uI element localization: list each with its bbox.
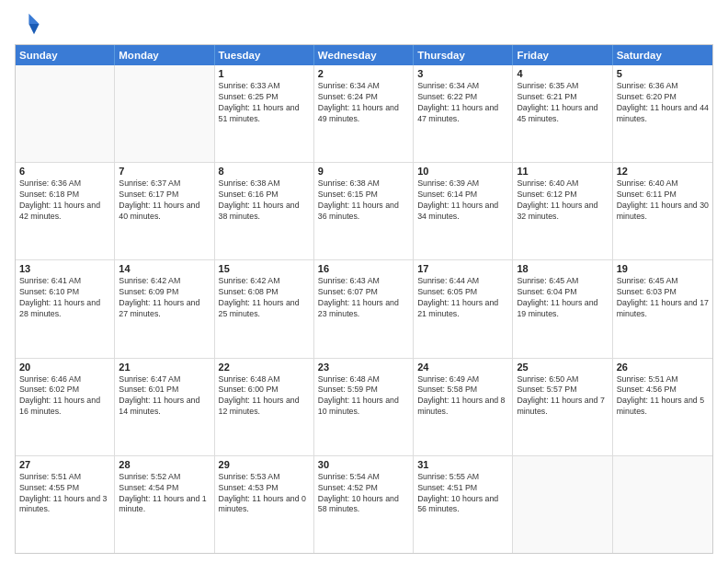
- day-info: Sunrise: 6:46 AM Sunset: 6:02 PM Dayligh…: [19, 374, 110, 419]
- day-number: 12: [617, 166, 709, 177]
- day-number: 29: [219, 459, 310, 470]
- day-cell-14: 14Sunrise: 6:42 AM Sunset: 6:09 PM Dayli…: [115, 260, 214, 357]
- weekday-header-monday: Monday: [115, 45, 214, 65]
- svg-marker-1: [28, 24, 39, 34]
- empty-cell: [513, 456, 612, 553]
- day-cell-1: 1Sunrise: 6:33 AM Sunset: 6:25 PM Daylig…: [215, 65, 314, 162]
- weekday-header-friday: Friday: [513, 45, 612, 65]
- calendar: SundayMondayTuesdayWednesdayThursdayFrid…: [15, 44, 713, 554]
- day-info: Sunrise: 5:54 AM Sunset: 4:52 PM Dayligh…: [318, 472, 409, 516]
- day-info: Sunrise: 6:36 AM Sunset: 6:18 PM Dayligh…: [19, 178, 110, 223]
- day-cell-11: 11Sunrise: 6:40 AM Sunset: 6:12 PM Dayli…: [513, 163, 612, 259]
- empty-cell: [16, 65, 115, 162]
- day-cell-28: 28Sunrise: 5:52 AM Sunset: 4:54 PM Dayli…: [115, 456, 214, 553]
- day-cell-22: 22Sunrise: 6:48 AM Sunset: 6:00 PM Dayli…: [215, 359, 314, 455]
- header: [15, 11, 713, 37]
- day-info: Sunrise: 5:53 AM Sunset: 4:53 PM Dayligh…: [219, 472, 310, 516]
- calendar-row-3: 13Sunrise: 6:41 AM Sunset: 6:10 PM Dayli…: [16, 260, 712, 358]
- day-info: Sunrise: 6:38 AM Sunset: 6:16 PM Dayligh…: [219, 178, 310, 223]
- day-info: Sunrise: 6:50 AM Sunset: 5:57 PM Dayligh…: [517, 374, 608, 419]
- weekday-header-tuesday: Tuesday: [215, 45, 314, 65]
- day-info: Sunrise: 6:45 AM Sunset: 6:03 PM Dayligh…: [617, 276, 709, 320]
- day-number: 26: [617, 362, 709, 373]
- day-info: Sunrise: 6:40 AM Sunset: 6:12 PM Dayligh…: [517, 178, 608, 223]
- calendar-body: 1Sunrise: 6:33 AM Sunset: 6:25 PM Daylig…: [16, 65, 712, 553]
- calendar-row-2: 6Sunrise: 6:36 AM Sunset: 6:18 PM Daylig…: [16, 163, 712, 260]
- day-info: Sunrise: 6:39 AM Sunset: 6:14 PM Dayligh…: [417, 178, 508, 223]
- day-cell-7: 7Sunrise: 6:37 AM Sunset: 6:17 PM Daylig…: [115, 163, 214, 259]
- logo: [15, 11, 44, 37]
- day-info: Sunrise: 6:44 AM Sunset: 6:05 PM Dayligh…: [417, 276, 508, 320]
- day-cell-25: 25Sunrise: 6:50 AM Sunset: 5:57 PM Dayli…: [513, 359, 612, 455]
- day-cell-13: 13Sunrise: 6:41 AM Sunset: 6:10 PM Dayli…: [16, 260, 115, 357]
- day-info: Sunrise: 5:52 AM Sunset: 4:54 PM Dayligh…: [119, 472, 210, 516]
- day-cell-29: 29Sunrise: 5:53 AM Sunset: 4:53 PM Dayli…: [215, 456, 314, 553]
- day-number: 9: [318, 166, 409, 177]
- day-cell-16: 16Sunrise: 6:43 AM Sunset: 6:07 PM Dayli…: [314, 260, 414, 357]
- day-number: 10: [417, 166, 508, 177]
- day-number: 15: [219, 263, 310, 274]
- day-info: Sunrise: 6:37 AM Sunset: 6:17 PM Dayligh…: [119, 178, 210, 223]
- empty-cell: [613, 456, 712, 553]
- day-info: Sunrise: 5:51 AM Sunset: 4:56 PM Dayligh…: [617, 374, 709, 419]
- day-cell-3: 3Sunrise: 6:34 AM Sunset: 6:22 PM Daylig…: [414, 65, 513, 162]
- day-info: Sunrise: 6:36 AM Sunset: 6:20 PM Dayligh…: [617, 81, 709, 125]
- day-cell-17: 17Sunrise: 6:44 AM Sunset: 6:05 PM Dayli…: [414, 260, 513, 357]
- day-number: 6: [19, 166, 110, 177]
- day-number: 13: [19, 263, 110, 274]
- day-info: Sunrise: 6:43 AM Sunset: 6:07 PM Dayligh…: [318, 276, 409, 320]
- day-info: Sunrise: 6:41 AM Sunset: 6:10 PM Dayligh…: [19, 276, 110, 320]
- weekday-header-wednesday: Wednesday: [314, 45, 414, 65]
- day-cell-30: 30Sunrise: 5:54 AM Sunset: 4:52 PM Dayli…: [314, 456, 414, 553]
- day-cell-6: 6Sunrise: 6:36 AM Sunset: 6:18 PM Daylig…: [16, 163, 115, 259]
- day-info: Sunrise: 6:40 AM Sunset: 6:11 PM Dayligh…: [617, 178, 709, 223]
- day-info: Sunrise: 6:42 AM Sunset: 6:08 PM Dayligh…: [219, 276, 310, 320]
- day-number: 18: [517, 263, 608, 274]
- day-cell-27: 27Sunrise: 5:51 AM Sunset: 4:55 PM Dayli…: [16, 456, 115, 553]
- day-cell-18: 18Sunrise: 6:45 AM Sunset: 6:04 PM Dayli…: [513, 260, 612, 357]
- weekday-header-sunday: Sunday: [16, 45, 115, 65]
- day-number: 30: [318, 459, 409, 470]
- day-number: 31: [417, 459, 508, 470]
- day-cell-23: 23Sunrise: 6:48 AM Sunset: 5:59 PM Dayli…: [314, 359, 414, 455]
- logo-icon: [15, 11, 40, 37]
- day-number: 17: [417, 263, 508, 274]
- day-number: 20: [19, 362, 110, 373]
- day-cell-9: 9Sunrise: 6:38 AM Sunset: 6:15 PM Daylig…: [314, 163, 414, 259]
- svg-marker-0: [28, 14, 39, 24]
- day-info: Sunrise: 5:55 AM Sunset: 4:51 PM Dayligh…: [417, 472, 508, 516]
- empty-cell: [115, 65, 214, 162]
- day-number: 23: [318, 362, 409, 373]
- day-number: 19: [617, 263, 709, 274]
- day-cell-19: 19Sunrise: 6:45 AM Sunset: 6:03 PM Dayli…: [613, 260, 712, 357]
- day-info: Sunrise: 6:38 AM Sunset: 6:15 PM Dayligh…: [318, 178, 409, 223]
- day-cell-21: 21Sunrise: 6:47 AM Sunset: 6:01 PM Dayli…: [115, 359, 214, 455]
- day-cell-26: 26Sunrise: 5:51 AM Sunset: 4:56 PM Dayli…: [613, 359, 712, 455]
- day-number: 25: [517, 362, 608, 373]
- day-info: Sunrise: 6:42 AM Sunset: 6:09 PM Dayligh…: [119, 276, 210, 320]
- day-cell-12: 12Sunrise: 6:40 AM Sunset: 6:11 PM Dayli…: [613, 163, 712, 259]
- calendar-row-1: 1Sunrise: 6:33 AM Sunset: 6:25 PM Daylig…: [16, 65, 712, 163]
- calendar-row-5: 27Sunrise: 5:51 AM Sunset: 4:55 PM Dayli…: [16, 456, 712, 553]
- day-number: 7: [119, 166, 210, 177]
- day-info: Sunrise: 6:45 AM Sunset: 6:04 PM Dayligh…: [517, 276, 608, 320]
- day-number: 3: [417, 68, 508, 79]
- day-info: Sunrise: 6:34 AM Sunset: 6:22 PM Dayligh…: [417, 81, 508, 125]
- day-info: Sunrise: 6:48 AM Sunset: 5:59 PM Dayligh…: [318, 374, 409, 419]
- day-info: Sunrise: 6:48 AM Sunset: 6:00 PM Dayligh…: [219, 374, 310, 419]
- day-info: Sunrise: 6:49 AM Sunset: 5:58 PM Dayligh…: [417, 374, 508, 419]
- day-number: 4: [517, 68, 608, 79]
- day-cell-2: 2Sunrise: 6:34 AM Sunset: 6:24 PM Daylig…: [314, 65, 414, 162]
- day-info: Sunrise: 6:47 AM Sunset: 6:01 PM Dayligh…: [119, 374, 210, 419]
- day-cell-4: 4Sunrise: 6:35 AM Sunset: 6:21 PM Daylig…: [513, 65, 612, 162]
- day-number: 14: [119, 263, 210, 274]
- weekday-header-saturday: Saturday: [613, 45, 712, 65]
- day-number: 2: [318, 68, 409, 79]
- day-cell-20: 20Sunrise: 6:46 AM Sunset: 6:02 PM Dayli…: [16, 359, 115, 455]
- page: SundayMondayTuesdayWednesdayThursdayFrid…: [0, 0, 728, 563]
- day-number: 11: [517, 166, 608, 177]
- day-number: 28: [119, 459, 210, 470]
- day-cell-10: 10Sunrise: 6:39 AM Sunset: 6:14 PM Dayli…: [414, 163, 513, 259]
- weekday-header-thursday: Thursday: [414, 45, 513, 65]
- day-number: 8: [219, 166, 310, 177]
